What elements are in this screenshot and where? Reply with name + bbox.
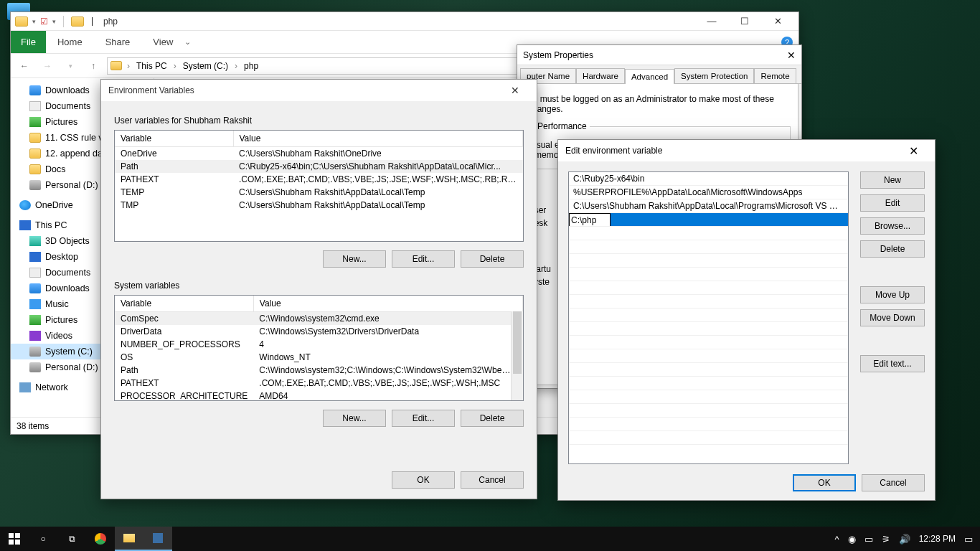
minimize-button[interactable]: — xyxy=(695,12,728,31)
task-view-button[interactable]: ⧉ xyxy=(57,527,86,551)
table-row[interactable]: ComSpecC:\Windows\system32\cmd.exe xyxy=(115,312,523,326)
path-entry-empty[interactable] xyxy=(569,322,848,336)
tab-share[interactable]: Share xyxy=(94,31,142,53)
back-button[interactable]: ← xyxy=(15,57,34,75)
path-entry-empty[interactable] xyxy=(569,363,848,377)
table-row[interactable]: PathC:\Ruby25-x64\bin;C:\Users\Shubham R… xyxy=(115,160,523,173)
column-value[interactable]: Value xyxy=(253,296,522,312)
tab-remote[interactable]: Remote xyxy=(754,68,796,83)
cancel-button[interactable]: Cancel xyxy=(461,471,524,489)
sys-delete-button[interactable]: Delete xyxy=(461,410,524,427)
scrollbar-thumb[interactable] xyxy=(513,311,522,374)
tab-view[interactable]: View xyxy=(141,31,184,53)
ok-button[interactable]: OK xyxy=(793,474,856,491)
move-up-button[interactable]: Move Up xyxy=(860,286,925,303)
tab-system-protection[interactable]: System Protection xyxy=(674,68,754,83)
path-entry-empty[interactable] xyxy=(569,227,848,240)
path-entry-empty[interactable] xyxy=(569,268,848,281)
browse-button[interactable]: Browse... xyxy=(860,217,925,235)
system-variables-list[interactable]: VariableValue ComSpecC:\Windows\system32… xyxy=(114,295,524,401)
path-entry-empty[interactable] xyxy=(569,309,848,322)
table-row[interactable]: PROCESSOR_ARCHITECTUREAMD64 xyxy=(115,390,523,401)
user-delete-button[interactable]: Delete xyxy=(461,250,524,268)
path-entry-empty[interactable] xyxy=(569,431,848,445)
user-new-button[interactable]: New... xyxy=(323,250,386,268)
tray-notifications-icon[interactable]: ▭ xyxy=(964,534,973,545)
qat-down-icon[interactable]: ▾ xyxy=(32,18,36,25)
path-entry-editing[interactable] xyxy=(569,213,848,227)
ok-button[interactable]: OK xyxy=(392,471,455,489)
sys-new-button[interactable]: New... xyxy=(323,410,386,427)
tray-location-icon[interactable]: ◉ xyxy=(848,534,856,545)
sys-edit-button[interactable]: Edit... xyxy=(392,410,455,427)
tray-volume-icon[interactable]: 🔊 xyxy=(899,534,910,545)
path-entry[interactable]: %USERPROFILE%\AppData\Local\Microsoft\Wi… xyxy=(569,186,848,199)
table-row[interactable]: NUMBER_OF_PROCESSORS4 xyxy=(115,338,523,351)
scrollbar[interactable] xyxy=(511,311,523,400)
path-entry[interactable]: C:\Ruby25-x64\bin xyxy=(569,172,848,186)
maximize-button[interactable]: ☐ xyxy=(728,12,761,31)
tab-home[interactable]: Home xyxy=(46,31,94,53)
table-row[interactable]: OneDriveC:\Users\Shubham Rakshit\OneDriv… xyxy=(115,147,523,161)
crumb-php[interactable]: php xyxy=(241,61,261,71)
tray-chevron-up-icon[interactable]: ^ xyxy=(835,534,839,545)
path-entry-empty[interactable] xyxy=(569,390,848,404)
close-button[interactable]: ✕ xyxy=(787,50,796,61)
path-entry-empty[interactable] xyxy=(569,349,848,363)
edit-text-button[interactable]: Edit text... xyxy=(860,355,925,372)
tab-file[interactable]: File xyxy=(11,31,46,53)
delete-button[interactable]: Delete xyxy=(860,240,925,258)
table-row[interactable]: TEMPC:\Users\Shubham Rakshit\AppData\Loc… xyxy=(115,186,523,199)
path-entry-empty[interactable] xyxy=(569,281,848,295)
path-entry[interactable]: C:\Users\Shubham Rakshit\AppData\Local\P… xyxy=(569,199,848,213)
tray-wifi-icon[interactable]: ⚞ xyxy=(882,534,890,545)
crumb-this-pc[interactable]: This PC xyxy=(133,61,170,71)
table-row[interactable]: PATHEXT.COM;.EXE;.BAT;.CMD;.VBS;.VBE;.JS… xyxy=(115,377,523,390)
new-button[interactable]: New xyxy=(860,171,925,189)
path-entry-empty[interactable] xyxy=(569,377,848,390)
edit-button[interactable]: Edit xyxy=(860,194,925,212)
checkbox-icon[interactable]: ☑ xyxy=(40,17,48,27)
path-entry-empty[interactable] xyxy=(569,254,848,268)
column-variable[interactable]: Variable xyxy=(115,131,233,147)
cortana-button[interactable]: ○ xyxy=(29,527,57,551)
crumb-system-c[interactable]: System (C:) xyxy=(180,61,231,71)
close-button[interactable]: ✕ xyxy=(501,85,529,96)
chevron-right-icon[interactable]: › xyxy=(232,61,240,71)
table-row[interactable]: TMPC:\Users\Shubham Rakshit\AppData\Loca… xyxy=(115,199,523,212)
path-entry-empty[interactable] xyxy=(569,336,848,349)
tray-battery-icon[interactable]: ▭ xyxy=(864,534,873,545)
tray-clock[interactable]: 12:28 PM xyxy=(919,534,956,544)
move-down-button[interactable]: Move Down xyxy=(860,309,925,326)
table-row[interactable]: DriverDataC:\Windows\System32\Drivers\Dr… xyxy=(115,325,523,338)
path-entries-list[interactable]: C:\Ruby25-x64\bin%USERPROFILE%\AppData\L… xyxy=(568,171,849,464)
taskbar-file-explorer[interactable] xyxy=(115,527,143,551)
up-button[interactable]: ↑ xyxy=(84,57,103,75)
ribbon-collapse-icon[interactable]: ⌄ xyxy=(184,37,191,47)
chevron-right-icon[interactable]: › xyxy=(125,61,132,71)
close-button[interactable]: ✕ xyxy=(761,12,794,31)
cancel-button[interactable]: Cancel xyxy=(862,474,925,491)
table-row[interactable]: PathC:\Windows\system32;C:\Windows;C:\Wi… xyxy=(115,364,523,377)
qat-dropdown-icon[interactable]: ▾ xyxy=(52,18,56,25)
recent-locations-button[interactable]: ▾ xyxy=(61,57,80,75)
table-row[interactable]: OSWindows_NT xyxy=(115,351,523,364)
taskbar-chrome[interactable] xyxy=(86,527,115,551)
column-value[interactable]: Value xyxy=(233,131,523,147)
tab-advanced[interactable]: Advanced xyxy=(625,69,674,84)
start-button[interactable] xyxy=(0,527,29,551)
close-button[interactable]: ✕ xyxy=(899,144,928,158)
tab-hardware[interactable]: Hardware xyxy=(576,68,625,83)
path-entry-empty[interactable] xyxy=(569,418,848,431)
user-edit-button[interactable]: Edit... xyxy=(392,250,455,268)
path-entry-input[interactable] xyxy=(569,213,611,227)
table-row[interactable]: PATHEXT.COM;.EXE;.BAT;.CMD;.VBS;.VBE;.JS… xyxy=(115,173,523,186)
path-entry-empty[interactable] xyxy=(569,404,848,418)
path-entry-empty[interactable] xyxy=(569,240,848,254)
forward-button[interactable]: → xyxy=(38,57,57,75)
chevron-right-icon[interactable]: › xyxy=(171,61,179,71)
user-variables-list[interactable]: VariableValue OneDriveC:\Users\Shubham R… xyxy=(114,130,524,242)
column-variable[interactable]: Variable xyxy=(115,296,253,312)
taskbar-app[interactable] xyxy=(143,527,172,551)
path-entry-empty[interactable] xyxy=(569,295,848,309)
